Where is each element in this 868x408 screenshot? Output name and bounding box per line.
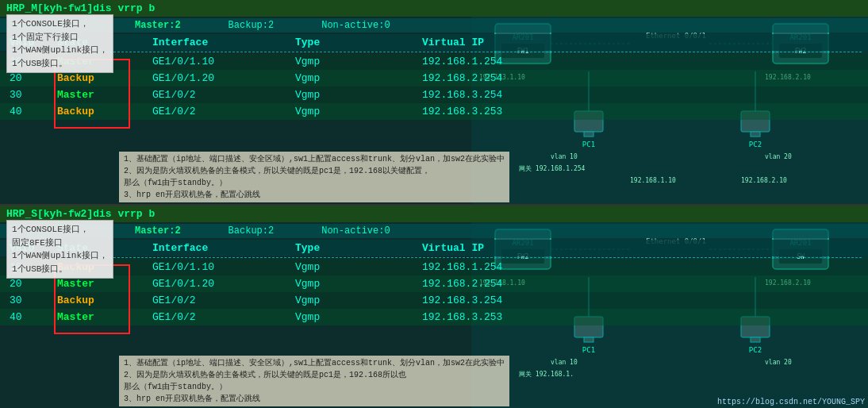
table-row: 20 Master GE1/0/1.20 Vgmp 192.168.2.254 (0, 275, 868, 292)
bottom-note-overlay: 1、基础配置（ip地址、端口描述、安全区域）,sw1上配置access和trun… (119, 356, 509, 406)
popup-line-2: 固定8FE接口 (12, 237, 108, 250)
cell-state: Backup (54, 71, 149, 85)
note-1: 1、基础配置（ip地址、端口描述、安全区域）,sw1上配置access和trun… (124, 153, 505, 165)
note-4: 3、hrp en开启双机热备，配置心跳线 (124, 393, 505, 405)
cell-type: Vgmp (292, 310, 419, 324)
table-row: 10 Master GE1/0/1.10 Vgmp 192.168.1.254 (0, 53, 868, 70)
table-row: 30 Master GE1/0/2 Vgmp 192.168.3.254 (0, 87, 868, 103)
top-divider (6, 52, 862, 52)
cell-vip: 192.168.2.254 (419, 71, 578, 85)
cell-vrid: 40 (6, 105, 54, 118)
note-1: 1、基础配置（ip地址、端口描述、安全区域）,sw1上配置access和trun… (124, 357, 505, 369)
bottom-summary-row: Master:2 Backup:2 Non-active:0 (0, 224, 868, 238)
cell-interface: GE1/0/2 (149, 310, 292, 324)
table-row: 30 Backup GE1/0/2 Vgmp 192.168.3.254 (0, 292, 868, 309)
cell-state: Backup (54, 294, 149, 307)
popup-line-4: 1个USB接口。 (12, 57, 108, 71)
table-row: 10 Backup GE1/0/1.10 Vgmp 192.168.1.254 (0, 259, 868, 275)
cell-type: Vgmp (292, 105, 419, 118)
bottom-cmd-text: HRP_S[kyh-fw2]dis vrrp b (6, 208, 155, 220)
cell-type: Vgmp (292, 294, 419, 307)
cell-interface: GE1/0/1.20 (149, 71, 292, 85)
popup-line-3: 1个WAN侧uplink接口， (12, 249, 108, 263)
top-summary-row: Master:2 Backup:2 Non-active:0 (0, 18, 868, 33)
note-2: 2、因为是防火墙双机热备的主备模式，所以关键的既是pc1是，192.168以关键… (124, 165, 505, 177)
cell-state: Backup (54, 105, 149, 118)
bottom-cmd-header: HRP_S[kyh-fw2]dis vrrp b (0, 206, 868, 222)
popup-line-2: 1个固定下行接口 (12, 31, 108, 44)
cell-interface: GE1/0/1.20 (149, 277, 292, 291)
col-interface-bot: Interface (149, 241, 292, 255)
cell-vip: 192.168.2.254 (419, 277, 578, 291)
cell-state: Master (54, 277, 149, 291)
cell-interface: GE1/0/2 (149, 105, 292, 118)
url-bar: https://blog.csdn.net/YOUNG_SPY (717, 398, 865, 406)
top-col-headers: VRID State Interface Type Virtual IP (0, 34, 868, 51)
cell-state: Master (54, 310, 149, 324)
cell-vrid: 30 (6, 88, 54, 102)
col-type-bot: Type (292, 241, 419, 255)
cell-vrid: 40 (6, 310, 54, 324)
panel-top: AR201 FW1 AR201 FW2 PC1 PC2 Ethernet 0/0… (0, 0, 868, 204)
note-2: 2、因为是防火墙双机热备的主备模式，所以关键的既是pc1是，192.168所以也 (124, 369, 505, 381)
url-text: https://blog.csdn.net/YOUNG_SPY (717, 398, 865, 406)
cell-interface: GE1/0/1.10 (149, 260, 292, 274)
bottom-table-area: HRP_S[kyh-fw2]dis vrrp b 1个CONSOLE接口， 固定… (0, 206, 868, 408)
col-interface-top: Interface (149, 36, 292, 49)
cell-interface: GE1/0/2 (149, 88, 292, 102)
cell-vip: 192.168.1.254 (419, 260, 578, 274)
cell-type: Vgmp (292, 277, 419, 291)
bottom-nonactive: Non-active:0 (321, 225, 390, 237)
top-ar201-popup: 1个CONSOLE接口， 1个固定下行接口 1个WAN侧uplink接口， 1个… (6, 14, 113, 73)
table-row: 40 Backup GE1/0/2 Vgmp 192.168.3.253 (0, 103, 868, 120)
top-cmd-header: HRP_M[kyh-fw1]dis vrrp b (0, 0, 868, 17)
panel-bottom: AR201 FW2 AR201 SW PC1 PC2 Ethernet 0/0/… (0, 204, 868, 408)
top-table-area: HRP_M[kyh-fw1]dis vrrp b 1个CONSOLE接口， 1个… (0, 0, 868, 204)
cell-vip: 192.168.3.253 (419, 310, 578, 324)
bottom-divider (6, 257, 862, 258)
top-nonactive: Non-active:0 (321, 20, 390, 31)
cell-type: Vgmp (292, 71, 419, 85)
cell-vip: 192.168.3.254 (419, 294, 578, 307)
cell-state: Master (54, 88, 149, 102)
col-vip-top: Virtual IP (419, 36, 578, 49)
top-cmd-text: HRP_M[kyh-fw1]dis vrrp b (6, 2, 155, 14)
note-4: 3、hrp en开启双机热备，配置心跳线 (124, 189, 505, 201)
cell-vrid: 30 (6, 294, 54, 307)
bottom-backup-count: Backup:2 (229, 225, 275, 237)
cell-type: Vgmp (292, 260, 419, 274)
cell-vip: 192.168.1.254 (419, 55, 578, 68)
cell-type: Vgmp (292, 55, 419, 68)
cell-interface: GE1/0/2 (149, 294, 292, 307)
popup-line-4: 1个USB接口。 (12, 263, 108, 276)
table-row: 40 Master GE1/0/2 Vgmp 192.168.3.253 (0, 309, 868, 325)
popup-line-1: 1个CONSOLE接口， (12, 17, 108, 31)
table-row: 20 Backup GE1/0/1.20 Vgmp 192.168.2.254 (0, 70, 868, 87)
cell-vip: 192.168.3.254 (419, 88, 578, 102)
cell-vrid: 20 (6, 71, 54, 85)
top-note-overlay: 1、基础配置（ip地址、端口描述、安全区域）,sw1上配置access和trun… (119, 152, 509, 202)
bottom-col-headers: VRID State Interface Type Virtual IP (0, 240, 868, 256)
bottom-master-count: Master:2 (135, 225, 181, 237)
note-3: 那么（fw1由于standby。） (124, 177, 505, 189)
top-backup-count: Backup:2 (229, 20, 275, 31)
popup-line-3: 1个WAN侧uplink接口， (12, 44, 108, 57)
bottom-ar201-popup: 1个CONSOLE接口， 固定8FE接口 1个WAN侧uplink接口， 1个U… (6, 220, 113, 279)
popup-line-1: 1个CONSOLE接口， (12, 223, 108, 237)
cell-vip: 192.168.3.253 (419, 105, 578, 118)
col-type-top: Type (292, 36, 419, 49)
cell-vrid: 20 (6, 277, 54, 291)
col-vip-bot: Virtual IP (419, 241, 578, 255)
note-3: 那么（fw1由于standby。） (124, 381, 505, 393)
cell-type: Vgmp (292, 88, 419, 102)
cell-interface: GE1/0/1.10 (149, 55, 292, 68)
top-master-count: Master:2 (135, 20, 181, 31)
